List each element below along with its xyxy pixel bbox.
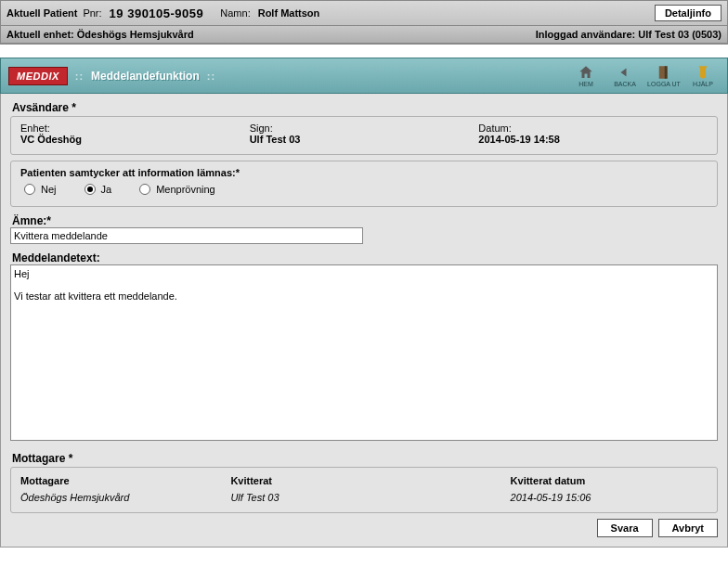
mottagare-header: Mottagare * <box>12 452 718 465</box>
logout-icon <box>656 64 672 81</box>
datum-label: Datum: <box>478 122 708 134</box>
consent-panel: Patienten samtycker att information lämn… <box>10 161 718 207</box>
cell-mottagare: Ödeshögs Hemsjukvård <box>15 490 223 505</box>
inloggad-anvandare: Inloggad användare: Ulf Test 03 (0503) <box>536 29 722 40</box>
patient-bar: Aktuell Patient Pnr: 19 390105-9059 Namn… <box>1 1 727 26</box>
col-mottagare: Mottagare <box>15 473 223 488</box>
module-title: Meddelandefunktion <box>91 70 200 83</box>
nav-hem[interactable]: HEM <box>569 64 603 87</box>
col-kvitterat: Kvitterat <box>225 473 502 488</box>
module-header: MEDDIX :: Meddelandefunktion :: HEM BACK… <box>0 58 728 94</box>
avsandare-panel: Enhet: VC Ödeshög Sign: Ulf Test 03 Datu… <box>10 116 718 155</box>
sign-label: Sign: <box>250 122 479 134</box>
aktuell-patient-label: Aktuell Patient <box>6 7 77 19</box>
namn-value: Rolf Mattson <box>258 7 320 19</box>
namn-label: Namn: <box>220 7 250 19</box>
mottagare-panel: Mottagare Kvitterat Kvitterat datum Ödes… <box>10 467 718 513</box>
avbryt-button[interactable]: Avbryt <box>658 519 718 537</box>
back-icon <box>617 64 633 81</box>
cell-kvitterat: Ulf Test 03 <box>225 490 502 505</box>
nav-loggaut[interactable]: LOGGA UT <box>647 64 681 87</box>
table-header-row: Mottagare Kvitterat Kvitterat datum <box>15 473 713 488</box>
consent-menprovning[interactable]: Menprövning <box>139 184 215 195</box>
subject-input[interactable] <box>10 227 363 244</box>
aktuell-enhet: Aktuell enhet: Ödeshögs Hemsjukvård <box>6 29 194 40</box>
nav-hjalp[interactable]: HJÄLP <box>686 64 720 87</box>
nav-backa[interactable]: BACKA <box>608 64 642 87</box>
datum-value: 2014-05-19 14:58 <box>478 134 708 145</box>
pnr-value: 19 390105-9059 <box>110 6 204 20</box>
enhet-label: Enhet: <box>20 122 250 134</box>
home-icon <box>578 64 594 81</box>
col-kvdatum: Kvitterat datum <box>505 473 713 488</box>
message-textarea[interactable] <box>10 264 718 441</box>
message-label: Meddelandetext: <box>12 251 718 264</box>
unit-bar: Aktuell enhet: Ödeshögs Hemsjukvård Inlo… <box>1 26 727 44</box>
table-row: Ödeshögs Hemsjukvård Ulf Test 03 2014-05… <box>15 490 713 505</box>
enhet-value: VC Ödeshög <box>20 134 250 145</box>
subject-label: Ämne:* <box>12 214 718 227</box>
radio-icon <box>84 184 96 195</box>
radio-icon <box>139 184 150 195</box>
svara-button[interactable]: Svara <box>597 519 653 537</box>
avsandare-header: Avsändare * <box>12 101 718 114</box>
svg-rect-1 <box>665 66 668 79</box>
detaljinfo-button[interactable]: Detaljinfo <box>655 5 722 21</box>
consent-label: Patienten samtycker att information lämn… <box>20 167 708 178</box>
pnr-label: Pnr: <box>83 7 101 19</box>
radio-icon <box>24 184 35 195</box>
consent-nej[interactable]: Nej <box>24 184 57 195</box>
help-icon <box>695 64 711 81</box>
brand-logo: MEDDIX <box>8 67 68 85</box>
cell-kvdatum: 2014-05-19 15:06 <box>505 490 713 505</box>
consent-ja[interactable]: Ja <box>84 184 112 195</box>
sign-value: Ulf Test 03 <box>250 134 479 145</box>
